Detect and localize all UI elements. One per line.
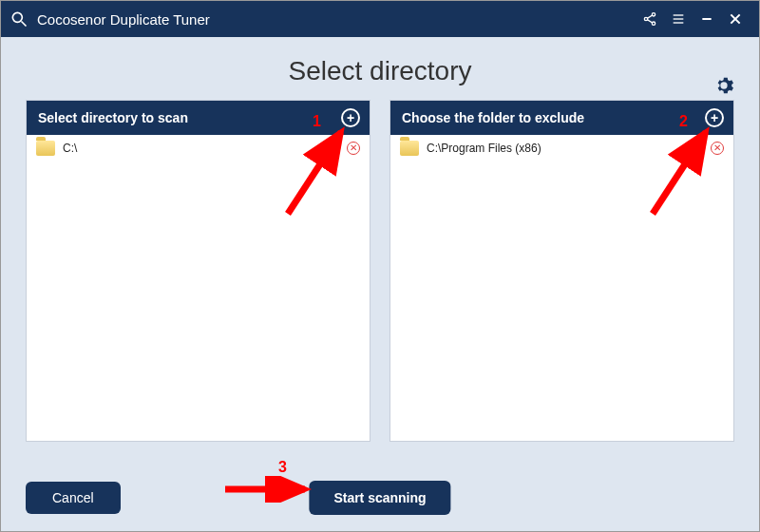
share-icon[interactable]: [636, 5, 664, 33]
scan-panel-body: C:\ ✕: [27, 135, 370, 441]
exclude-panel-title: Choose the folder to exclude: [402, 110, 584, 125]
folder-icon: [36, 141, 55, 156]
scan-panel: Select directory to scan + C:\ ✕: [26, 100, 370, 442]
folder-icon: [400, 141, 419, 156]
add-scan-dir-button[interactable]: +: [341, 108, 360, 127]
start-scanning-button[interactable]: Start scanning: [309, 481, 450, 515]
scan-panel-header: Select directory to scan +: [27, 101, 370, 135]
minimize-icon[interactable]: [693, 5, 721, 33]
scan-panel-title: Select directory to scan: [38, 110, 188, 125]
titlebar: Cocosenor Duplicate Tuner: [1, 1, 759, 37]
exclude-panel-body: C:\Program Files (x86) ✕: [390, 135, 733, 441]
svg-line-1: [22, 22, 27, 27]
cancel-button[interactable]: Cancel: [26, 482, 121, 514]
gear-icon[interactable]: [713, 75, 734, 100]
annotation-number-3: 3: [278, 459, 287, 476]
menu-icon[interactable]: [664, 5, 693, 33]
main-content: Select directory Select directory to sca…: [1, 37, 759, 531]
page-title: Select directory: [26, 56, 734, 86]
panels-container: Select directory to scan + C:\ ✕ Choose …: [26, 100, 734, 442]
remove-dir-button[interactable]: ✕: [711, 142, 724, 155]
remove-dir-button[interactable]: ✕: [347, 142, 360, 155]
close-icon[interactable]: [721, 5, 750, 33]
app-title: Cocosenor Duplicate Tuner: [37, 11, 636, 28]
svg-point-0: [12, 12, 22, 22]
list-item[interactable]: C:\ ✕: [27, 135, 370, 162]
footer: Cancel Start scanning: [26, 482, 734, 514]
dir-path-label: C:\Program Files (x86): [427, 142, 703, 155]
exclude-panel: Choose the folder to exclude + C:\Progra…: [390, 100, 734, 442]
exclude-panel-header: Choose the folder to exclude +: [390, 101, 733, 135]
dir-path-label: C:\: [63, 142, 339, 155]
app-logo-icon: [9, 9, 29, 29]
add-exclude-dir-button[interactable]: +: [705, 108, 724, 127]
svg-line-5: [647, 15, 652, 18]
svg-line-6: [647, 20, 652, 23]
list-item[interactable]: C:\Program Files (x86) ✕: [390, 135, 733, 162]
